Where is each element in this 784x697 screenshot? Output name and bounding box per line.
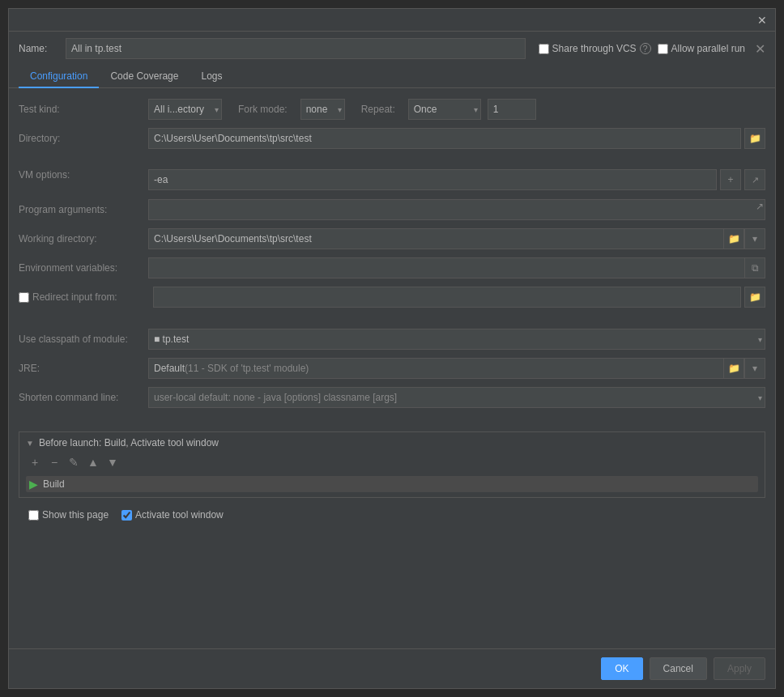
jre-hint-text: (11 - SDK of 'tp.test' module) — [185, 363, 309, 374]
directory-label: Directory: — [19, 133, 148, 144]
repeat-select[interactable]: Once — [408, 99, 481, 120]
vm-add-icon[interactable]: + — [720, 169, 741, 190]
share-vcs-help-icon[interactable]: ? — [640, 43, 651, 54]
dialog-footer: OK Cancel Apply — [9, 648, 775, 688]
test-kind-label: Test kind: — [19, 104, 148, 115]
share-vcs-label[interactable]: Share through VCS — [552, 43, 637, 54]
build-icon: ▶ — [29, 478, 38, 491]
jre-browse-button[interactable]: 📁 — [723, 358, 744, 379]
shorten-label: Shorten command line: — [19, 392, 148, 403]
redirect-input-checkbox[interactable] — [19, 292, 29, 303]
program-arguments-input[interactable] — [148, 199, 765, 220]
tab-configuration[interactable]: Configuration — [19, 66, 99, 88]
activate-tool-window-checkbox[interactable] — [121, 510, 132, 521]
working-directory-row: Working directory: 📁 ▾ — [19, 227, 765, 250]
tab-code-coverage[interactable]: Code Coverage — [99, 66, 190, 88]
redirect-input-row: Redirect input from: 📁 — [19, 286, 765, 308]
directory-input[interactable] — [148, 128, 741, 149]
program-arguments-expand-button[interactable]: ↗ — [756, 201, 764, 212]
close-x-icon[interactable]: ✕ — [755, 41, 765, 57]
before-launch-title: Before launch: Build, Activate tool wind… — [39, 437, 219, 448]
program-arguments-label: Program arguments: — [19, 204, 148, 215]
jre-row: JRE: Default (11 - SDK of 'tp.test' modu… — [19, 357, 765, 380]
classpath-control: ■ tp.test — [148, 329, 765, 350]
repeat-label: Repeat: — [361, 104, 402, 115]
name-right: Share through VCS ? Allow parallel run ✕ — [539, 41, 765, 57]
test-kind-controls: All i...ectory Fork mode: none Repeat: O… — [148, 99, 536, 120]
classpath-row: Use classpath of module: ■ tp.test — [19, 328, 765, 351]
working-directory-input[interactable] — [148, 228, 723, 249]
before-launch-toolbar: + − ✎ ▲ ▼ — [26, 453, 758, 471]
directory-control: 📁 — [148, 128, 765, 149]
fork-mode-select[interactable]: none — [300, 99, 345, 120]
classpath-select[interactable]: ■ tp.test — [148, 329, 765, 350]
working-directory-control: 📁 ▾ — [148, 228, 765, 249]
working-directory-label: Working directory: — [19, 233, 148, 244]
jre-control: Default (11 - SDK of 'tp.test' module) 📁… — [148, 358, 765, 379]
before-launch-build-item[interactable]: ▶ Build — [26, 476, 758, 492]
repeat-count-input[interactable] — [488, 99, 536, 120]
redirect-input-label[interactable]: Redirect input from: — [32, 291, 117, 303]
directory-browse-button[interactable]: 📁 — [744, 128, 765, 149]
shorten-select[interactable]: user-local default: none - java [options… — [148, 387, 765, 408]
show-page-label: Show this page — [42, 509, 109, 521]
environment-variables-edit-button[interactable]: ⧉ — [744, 257, 765, 278]
vm-options-input[interactable] — [148, 169, 717, 190]
before-launch-header[interactable]: ▼ Before launch: Build, Activate tool wi… — [26, 437, 758, 448]
before-launch-edit-button[interactable]: ✎ — [65, 453, 83, 471]
tab-bar: Configuration Code Coverage Logs — [9, 66, 775, 88]
before-launch-arrow-icon: ▼ — [26, 439, 34, 448]
vm-options-control: + ↗ — [148, 169, 765, 190]
ok-button[interactable]: OK — [601, 657, 642, 680]
environment-variables-label: Environment variables: — [19, 262, 148, 274]
tab-logs[interactable]: Logs — [190, 66, 233, 88]
allow-parallel-label[interactable]: Allow parallel run — [671, 43, 745, 54]
test-kind-select[interactable]: All i...ectory — [148, 99, 222, 120]
before-launch-up-button[interactable]: ▲ — [84, 453, 102, 471]
name-input[interactable] — [66, 38, 526, 59]
cancel-button[interactable]: Cancel — [650, 657, 707, 680]
directory-row: Directory: 📁 — [19, 127, 765, 150]
show-page-label-wrap[interactable]: Show this page — [28, 509, 109, 521]
environment-variables-row: Environment variables: ⧉ — [19, 257, 765, 279]
name-row: Name: Share through VCS ? Allow parallel… — [9, 32, 775, 66]
share-vcs-checkbox[interactable] — [539, 44, 549, 54]
redirect-input-control: 📁 — [153, 287, 765, 308]
shorten-control: user-local default: none - java [options… — [148, 387, 765, 408]
activate-tool-window-label: Activate tool window — [135, 509, 224, 521]
allow-parallel-checkbox[interactable] — [658, 44, 668, 54]
before-launch-remove-button[interactable]: − — [45, 453, 63, 471]
environment-variables-control: ⧉ — [148, 257, 765, 278]
before-launch-down-button[interactable]: ▼ — [104, 453, 121, 471]
run-config-dialog: ✕ Name: Share through VCS ? Allow parall… — [8, 8, 776, 689]
share-vcs-wrap: Share through VCS ? — [539, 43, 651, 54]
title-bar: ✕ — [9, 9, 775, 32]
working-directory-dropdown-button[interactable]: ▾ — [744, 228, 765, 249]
before-launch-add-button[interactable]: + — [26, 453, 44, 471]
program-arguments-row: Program arguments: ↗ — [19, 198, 765, 221]
close-button[interactable]: ✕ — [756, 14, 769, 27]
bottom-checkboxes: Show this page Activate tool window — [19, 504, 765, 525]
classpath-label: Use classpath of module: — [19, 334, 148, 345]
environment-variables-input[interactable] — [148, 257, 744, 278]
jre-dropdown-button[interactable]: ▾ — [744, 358, 765, 379]
before-launch-section: ▼ Before launch: Build, Activate tool wi… — [19, 431, 765, 498]
activate-tool-window-label-wrap[interactable]: Activate tool window — [121, 509, 224, 521]
redirect-input-field[interactable] — [153, 287, 741, 308]
fork-mode-select-wrap: none — [300, 99, 345, 120]
test-kind-row: Test kind: All i...ectory Fork mode: non… — [19, 98, 765, 121]
working-directory-browse-button[interactable]: 📁 — [723, 228, 744, 249]
vm-expand-button[interactable]: ↗ — [744, 169, 765, 190]
apply-button[interactable]: Apply — [714, 657, 765, 680]
name-label: Name: — [19, 43, 59, 54]
fork-mode-label: Fork mode: — [238, 104, 294, 115]
show-page-checkbox[interactable] — [28, 510, 39, 521]
vm-options-label: VM options: — [19, 169, 148, 181]
shorten-row: Shorten command line: user-local default… — [19, 386, 765, 409]
build-label: Build — [43, 478, 65, 490]
jre-default-text: Default — [154, 363, 185, 374]
allow-parallel-wrap: Allow parallel run — [658, 43, 745, 54]
redirect-input-browse-button[interactable]: 📁 — [744, 287, 765, 308]
vm-options-row: VM options: + ↗ — [19, 169, 765, 192]
test-kind-select-wrap: All i...ectory — [148, 99, 222, 120]
